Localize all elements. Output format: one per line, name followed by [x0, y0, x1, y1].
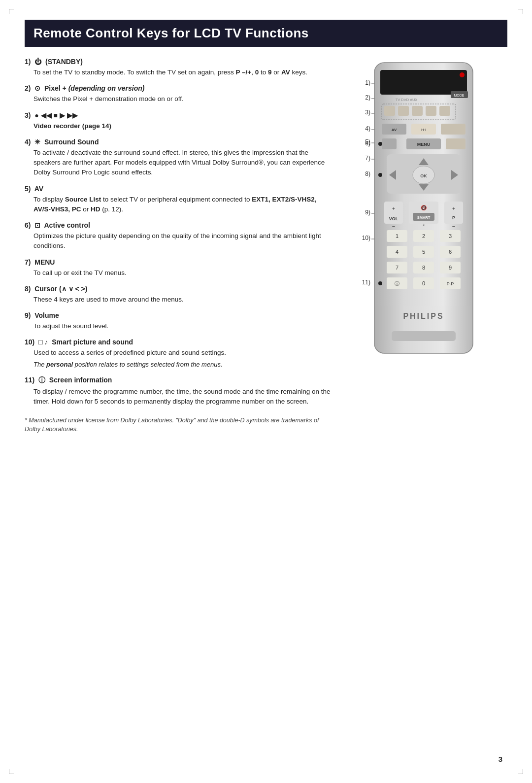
svg-rect-9 [412, 106, 423, 116]
svg-text:P·P: P·P [447, 281, 454, 286]
section-4-body: To activate / deactivate the surround so… [33, 148, 335, 178]
svg-text:8): 8) [365, 170, 370, 177]
section-4-header: 4) ✳ Surround Sound [25, 138, 335, 146]
section-2-icon: ⊙ [34, 84, 40, 92]
page-title: Remote Control Keys for LCD TV Functions [33, 26, 499, 41]
section-10-body: Used to access a series of predefined pi… [33, 348, 335, 369]
svg-text:6): 6) [365, 140, 370, 147]
section-8-number: 8) [25, 285, 31, 293]
svg-text:AV: AV [392, 128, 397, 132]
section-10-header: 10) □ ♪ Smart picture and sound [25, 338, 335, 346]
section-7: 7) MENU To call up or exit the TV menus. [25, 258, 335, 278]
section-3-header: 3) ● ◀◀ ■ ▶ ▶▶ [25, 111, 335, 119]
svg-text:3): 3) [365, 109, 370, 116]
section-1-number: 1) [25, 58, 31, 66]
svg-text:OK: OK [420, 173, 427, 178]
section-5-body: To display Source List to select TV or p… [33, 195, 335, 215]
section-1: 1) ⏻ (STANDBY) To set the TV to standby … [25, 58, 335, 77]
svg-text:9: 9 [449, 265, 452, 271]
section-4-icon: ✳ [34, 138, 40, 146]
section-3-number: 3) [25, 111, 31, 119]
section-7-body: To call up or exit the TV menus. [33, 268, 335, 278]
section-6-text: Optimizes the picture quality depending … [33, 231, 335, 251]
side-tick-right [520, 392, 523, 392]
svg-text:+: + [392, 206, 395, 211]
section-8-heading: Cursor (∧ ∨ < >) [34, 285, 87, 293]
section-11-text: To display / remove the programme number… [33, 387, 335, 407]
section-7-number: 7) [25, 258, 31, 266]
svg-text:ⓘ: ⓘ [395, 281, 399, 286]
section-10: 10) □ ♪ Smart picture and sound Used to … [25, 338, 335, 369]
section-6-body: Optimizes the picture quality depending … [33, 231, 335, 251]
content-area: 1) ⏻ (STANDBY) To set the TV to standby … [25, 58, 507, 434]
section-6-heading: Active control [44, 221, 90, 229]
section-2-text: Switches the Pixel + demonstration mode … [33, 94, 335, 104]
section-10-heading: Smart picture and sound [52, 338, 133, 346]
section-10-italic: The personal position relates to setting… [33, 360, 335, 370]
svg-text:7): 7) [365, 155, 370, 162]
corner-mark-tr [518, 9, 523, 14]
section-7-text: To call up or exit the TV menus. [33, 268, 335, 278]
corner-mark-tl [9, 9, 14, 14]
svg-text:H·I: H·I [421, 128, 426, 132]
svg-rect-8 [398, 106, 409, 116]
svg-text:4: 4 [396, 249, 399, 255]
svg-text:1): 1) [365, 79, 370, 86]
right-column: MODE TV DVD AUX AV H·I [355, 58, 507, 434]
svg-text:♪: ♪ [423, 222, 425, 227]
section-3-body: Video recorder (page 14) [33, 121, 335, 131]
svg-text:MENU: MENU [417, 142, 431, 147]
section-1-header: 1) ⏻ (STANDBY) [25, 58, 335, 66]
svg-rect-17 [382, 138, 397, 149]
section-3-text: Video recorder (page 14) [33, 121, 335, 131]
svg-rect-69 [392, 331, 456, 341]
section-11-icon: ⓘ [38, 376, 45, 384]
section-3: 3) ● ◀◀ ■ ▶ ▶▶ Video recorder (page 14) [25, 111, 335, 131]
svg-rect-11 [439, 106, 450, 116]
svg-text:9): 9) [365, 209, 370, 216]
svg-text:PHILIPS: PHILIPS [403, 312, 444, 320]
svg-rect-20 [446, 138, 466, 149]
svg-point-21 [378, 142, 382, 146]
section-8-text: These 4 keys are used to move around the… [33, 295, 335, 305]
svg-text:10): 10) [362, 235, 370, 241]
svg-rect-7 [384, 106, 395, 116]
section-11: 11) ⓘ Screen information To display / re… [25, 376, 335, 407]
section-2-heading: Pixel + (depending on version) [44, 84, 144, 92]
svg-text:SMART: SMART [417, 215, 431, 220]
section-2-body: Switches the Pixel + demonstration mode … [33, 94, 335, 104]
svg-rect-10 [426, 106, 436, 116]
section-4-heading: Surround Sound [44, 138, 99, 146]
remote-svg: MODE TV DVD AUX AV H·I [360, 58, 498, 363]
svg-text:6: 6 [449, 249, 452, 255]
section-10-text: Used to access a series of predefined pi… [33, 348, 335, 358]
section-3-icon: ● ◀◀ ■ ▶ ▶▶ [34, 111, 77, 119]
page-container: Remote Control Keys for LCD TV Functions… [0, 0, 532, 783]
section-2: 2) ⊙ Pixel + (depending on version) Swit… [25, 84, 335, 104]
svg-text:8: 8 [422, 265, 425, 271]
svg-text:−: − [452, 223, 455, 229]
section-1-body: To set the TV to standby mode. To switch… [33, 68, 335, 77]
svg-text:4): 4) [365, 125, 370, 132]
corner-mark-bl [9, 769, 14, 774]
page-number: 3 [499, 755, 502, 763]
section-9-header: 9) Volume [25, 311, 335, 319]
remote-wrapper: MODE TV DVD AUX AV H·I [360, 58, 502, 365]
section-8-header: 8) Cursor (∧ ∨ < >) [25, 285, 335, 293]
section-9: 9) Volume To adjust the sound level. [25, 311, 335, 331]
svg-rect-1 [380, 70, 467, 95]
left-column: 1) ⏻ (STANDBY) To set the TV to standby … [25, 58, 340, 434]
section-6-icon: ⊡ [34, 221, 40, 229]
svg-text:VOL: VOL [389, 216, 399, 221]
section-4-number: 4) [25, 138, 31, 146]
svg-text:−: − [392, 223, 395, 229]
svg-point-2 [460, 72, 465, 77]
section-1-icon: ⏻ [34, 58, 41, 66]
section-5-text: To display Source List to select TV or p… [33, 195, 335, 215]
section-9-body: To adjust the sound level. [33, 321, 335, 331]
section-11-body: To display / remove the programme number… [33, 387, 335, 407]
svg-text:MODE: MODE [454, 94, 465, 97]
section-4-text: To activate / deactivate the surround so… [33, 148, 335, 178]
svg-rect-39 [444, 202, 463, 224]
svg-text:2: 2 [422, 233, 425, 239]
